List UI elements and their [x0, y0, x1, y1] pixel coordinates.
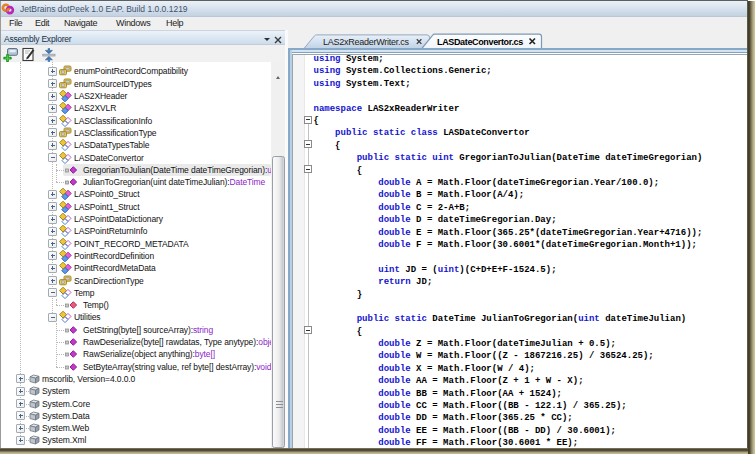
svg-text:LASDateConvertor.cs: LASDateConvertor.cs [437, 36, 523, 46]
svg-text:LAS2xReaderWriter.cs: LAS2xReaderWriter.cs [323, 37, 410, 47]
